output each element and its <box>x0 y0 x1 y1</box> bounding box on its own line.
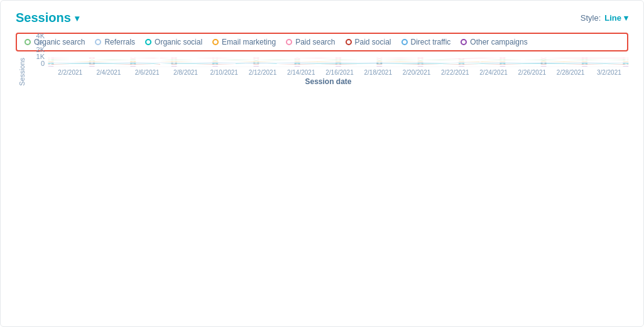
chart-svg <box>51 58 628 67</box>
legend-label-other-campaigns: Other campaigns <box>470 38 527 46</box>
x-label: 2/12/2021 <box>243 69 281 76</box>
x-label: 2/22/2021 <box>436 69 474 76</box>
x-label: 2/8/2021 <box>166 69 205 76</box>
y-tick: 4K <box>28 33 47 40</box>
x-label: 2/28/2021 <box>551 69 589 76</box>
x-label: 2/10/2021 <box>205 69 243 76</box>
chart-title-area: Sessions ▾ <box>16 11 79 25</box>
legend-label-organic-social: Organic social <box>155 38 202 46</box>
x-label: 2/2/2021 <box>51 69 89 76</box>
x-label: 2/4/2021 <box>89 69 128 76</box>
legend-box: Organic searchReferralsOrganic socialEma… <box>16 33 628 51</box>
legend-label-paid-social: Paid social <box>355 38 391 46</box>
legend-item-paid-social[interactable]: Paid social <box>346 38 391 46</box>
legend-item-organic-social[interactable]: Organic social <box>145 38 202 46</box>
x-axis-title: Session date <box>28 77 628 86</box>
legend-dot-paid-social <box>346 39 352 45</box>
y-tick: 0 <box>28 60 47 67</box>
main-container: Sessions ▾ Style: Line ▾ Organic searchR… <box>0 0 644 327</box>
legend-label-referrals: Referrals <box>104 38 135 46</box>
title-dropdown-icon[interactable]: ▾ <box>75 13 79 23</box>
x-axis: 2/2/20212/4/20212/6/20212/8/20212/10/202… <box>51 69 628 76</box>
x-label: 2/20/2021 <box>397 69 435 76</box>
legend-dot-direct-traffic <box>401 39 408 45</box>
legend-dot-email-marketing <box>212 39 219 45</box>
x-label: 2/26/2021 <box>513 69 551 76</box>
y-tick: 3K <box>28 40 47 46</box>
legend-dot-other-campaigns <box>461 39 467 45</box>
x-label: 2/14/2021 <box>282 69 320 76</box>
x-label: 2/18/2021 <box>359 69 397 76</box>
svg-area <box>51 58 628 67</box>
legend-dot-paid-search <box>286 39 292 45</box>
chart-inner: 01K2K3K4K <box>28 58 628 86</box>
y-tick: 2K <box>28 46 47 53</box>
legend-dot-organic-social <box>145 39 151 45</box>
legend-item-paid-search[interactable]: Paid search <box>286 38 335 46</box>
legend-item-other-campaigns[interactable]: Other campaigns <box>461 38 527 46</box>
legend-label-paid-search: Paid search <box>295 38 335 46</box>
chart-title: Sessions <box>16 11 71 25</box>
y-axis-ticks: 01K2K3K4K <box>28 58 47 67</box>
chart-area: Sessions 01K2K3K4K <box>16 58 628 86</box>
style-dropdown-icon: ▾ <box>624 13 628 23</box>
style-label: Style: <box>581 13 601 23</box>
style-control: Style: Line ▾ <box>581 13 628 23</box>
legend-item-referrals[interactable]: Referrals <box>95 38 135 46</box>
y-tick: 1K <box>28 53 47 60</box>
x-label: 2/6/2021 <box>128 69 166 76</box>
legend-item-direct-traffic[interactable]: Direct traffic <box>401 38 451 46</box>
x-label: 2/24/2021 <box>474 69 513 76</box>
y-axis-label: Sessions <box>16 58 28 86</box>
legend-label-email-marketing: Email marketing <box>222 38 276 46</box>
x-label: 2/16/2021 <box>320 69 359 76</box>
chart-header: Sessions ▾ Style: Line ▾ <box>16 11 628 25</box>
legend-item-email-marketing[interactable]: Email marketing <box>212 38 276 46</box>
legend-dot-referrals <box>95 39 101 45</box>
style-value: Line <box>604 13 621 23</box>
legend-label-direct-traffic: Direct traffic <box>411 38 451 46</box>
x-label: 3/2/2021 <box>590 69 628 76</box>
style-dropdown[interactable]: Line ▾ <box>604 13 628 23</box>
